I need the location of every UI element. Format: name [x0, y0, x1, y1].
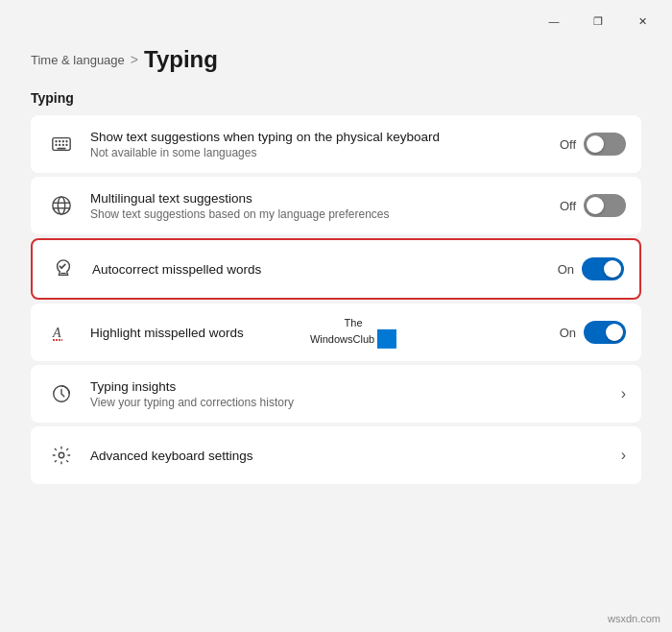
chevron-right-icon: ›: [621, 385, 626, 402]
setting-advanced-keyboard[interactable]: Advanced keyboard settings ›: [31, 426, 641, 484]
setting-multilingual-content: Multilingual text suggestions Show text …: [90, 191, 546, 221]
setting-highlight-misspelled-toggle[interactable]: [584, 321, 626, 344]
setting-typing-insights-subtitle: View your typing and corrections history: [90, 396, 608, 409]
setting-text-suggestions-content: Show text suggestions when typing on the…: [90, 130, 546, 159]
keyboard-icon: [46, 129, 77, 159]
settings-window: — ❐ ✕ Time & language > Typing Typing: [0, 0, 672, 632]
svg-point-11: [58, 197, 64, 214]
setting-typing-insights-title: Typing insights: [90, 379, 608, 394]
breadcrumb-current: Typing: [144, 46, 218, 73]
svg-text:A: A: [52, 326, 61, 340]
window-controls: — ❐ ✕: [532, 7, 664, 36]
setting-typing-insights-control: ›: [621, 385, 626, 402]
setting-typing-insights-content: Typing insights View your typing and cor…: [90, 379, 608, 409]
setting-text-suggestions-subtitle: Not available in some languages: [90, 146, 546, 159]
setting-highlight-misspelled-title: Highlight misspelled words: [90, 326, 546, 340]
setting-highlight-misspelled-control: On: [560, 321, 626, 344]
setting-text-suggestions-control: Off: [560, 133, 626, 156]
setting-autocorrect-content: Autocorrect misspelled words: [92, 262, 544, 277]
multilingual-icon: [46, 190, 77, 221]
section-title: Typing: [31, 90, 641, 106]
toggle-knob: [587, 197, 604, 214]
maximize-button[interactable]: ❐: [576, 7, 620, 36]
autocorrect-icon: [48, 254, 79, 284]
svg-point-10: [53, 197, 70, 214]
setting-autocorrect: Autocorrect misspelled words On: [31, 238, 641, 300]
setting-autocorrect-control: On: [558, 257, 624, 280]
bottom-watermark: wsxdn.com: [608, 613, 660, 624]
setting-multilingual-subtitle: Show text suggestions based on my langua…: [90, 207, 546, 221]
title-bar: — ❐ ✕: [0, 0, 672, 35]
typing-insights-icon: [46, 378, 77, 409]
setting-autocorrect-title: Autocorrect misspelled words: [92, 262, 544, 277]
close-button[interactable]: ✕: [620, 7, 664, 36]
toggle-knob: [606, 324, 623, 341]
setting-multilingual: Multilingual text suggestions Show text …: [31, 177, 641, 234]
setting-advanced-keyboard-content: Advanced keyboard settings: [90, 449, 608, 463]
setting-multilingual-control: Off: [560, 194, 626, 217]
setting-advanced-keyboard-control: ›: [621, 447, 626, 464]
setting-highlight-misspelled-state-label: On: [560, 326, 576, 340]
svg-point-18: [59, 452, 64, 458]
setting-text-suggestions-toggle[interactable]: [584, 133, 626, 156]
setting-text-suggestions-state-label: Off: [560, 137, 576, 152]
setting-text-suggestions-title: Show text suggestions when typing on the…: [90, 130, 546, 144]
setting-highlight-misspelled-content: Highlight misspelled words: [90, 326, 546, 340]
setting-multilingual-title: Multilingual text suggestions: [90, 191, 546, 206]
setting-autocorrect-state-label: On: [558, 262, 574, 277]
breadcrumb-separator: >: [131, 52, 138, 67]
toggle-knob: [604, 260, 621, 278]
advanced-keyboard-icon: [46, 440, 77, 471]
toggle-knob: [587, 135, 604, 153]
setting-multilingual-state-label: Off: [560, 199, 576, 213]
setting-autocorrect-toggle[interactable]: [582, 257, 624, 280]
setting-advanced-keyboard-title: Advanced keyboard settings: [90, 449, 608, 463]
setting-highlight-misspelled: A Highlight misspelled words The Windows…: [31, 304, 641, 361]
page-header: Time & language > Typing: [0, 35, 672, 90]
content-area: Typing Show text suggestions whe: [0, 90, 672, 632]
breadcrumb: Time & language > Typing: [31, 46, 641, 73]
setting-typing-insights[interactable]: Typing insights View your typing and cor…: [31, 365, 641, 423]
minimize-button[interactable]: —: [532, 7, 576, 36]
breadcrumb-parent[interactable]: Time & language: [31, 53, 125, 67]
highlight-misspelled-icon: A: [46, 317, 77, 348]
setting-multilingual-toggle[interactable]: [584, 194, 626, 217]
chevron-right-icon: ›: [621, 447, 626, 464]
setting-text-suggestions: Show text suggestions when typing on the…: [31, 115, 641, 173]
watermark-url: wsxdn.com: [608, 613, 660, 624]
